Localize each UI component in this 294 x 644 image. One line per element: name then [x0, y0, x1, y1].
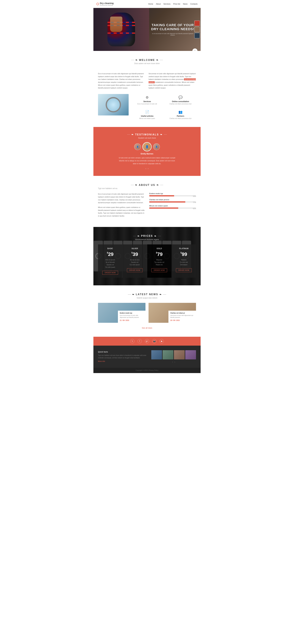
hero-thumb-3[interactable]	[194, 33, 200, 38]
avatar-right-face: 👤	[153, 144, 159, 150]
logo[interactable]: Dry cleaning professional cleaning	[97, 2, 114, 6]
price-card-basic: Basic $29 Deis et accumSe ut hirnodoOpus…	[98, 244, 123, 278]
platinum-desc: RatamsCe eirm eidDermatam	[174, 259, 194, 266]
test-dec-right: ❧	[160, 133, 163, 136]
see-all-link[interactable]: See all news	[142, 327, 152, 329]
nav-about[interactable]: About	[156, 3, 161, 5]
social-instagram[interactable]: 📷	[152, 339, 156, 343]
nav-services[interactable]: Services	[163, 3, 170, 5]
price-card-gold: Gold $79 MopumeTyu opusto colRatam eis o…	[147, 244, 172, 278]
news-dec-left: ❧	[132, 293, 135, 296]
articles-icon: 📄	[145, 110, 149, 114]
copyright-text: Copyright © 2015 | Privacy Policy	[136, 370, 158, 371]
prices-section: ❧ PRICES ❧ Vonstraverunt lectores legere…	[93, 227, 201, 285]
footer-img-2[interactable]	[163, 350, 173, 360]
carousel-controls: ‹ ›	[98, 167, 196, 170]
skill-1-bar	[149, 195, 196, 196]
skill-3-fill	[149, 208, 178, 209]
feature-articles: 📄 Useful articles Mirum est notare quam	[132, 108, 163, 121]
footer-info: Quick facts Typi non habitem vel eum iri…	[98, 351, 147, 362]
nav-news[interactable]: News	[183, 3, 188, 5]
footer-carousel-prev[interactable]: ‹	[172, 361, 173, 363]
nav-contacts[interactable]: Contacts	[190, 3, 197, 5]
avatar-right[interactable]: 👤	[153, 143, 160, 150]
feature-partners-desc: Claritas est etiam processus dyn	[169, 118, 192, 119]
skill-2-bar	[149, 201, 196, 202]
welcome-section: ❧ WELCOME ❧ Duis autem vel eum iriure do…	[93, 51, 201, 72]
silver-desc: Se ias eis acuOpusto colCa colm ipsum	[125, 259, 145, 266]
feature-consultation-title: Online consultation	[172, 100, 189, 102]
hero-thumbnails	[194, 20, 200, 38]
footer-img-3[interactable]	[174, 350, 185, 360]
welcome-text-columns: Eos et accumsan et iusto odio dignissam …	[93, 72, 201, 94]
skill-1-label: Eodem modo typ	[149, 192, 196, 194]
news-2-date: 29 / 09 / 2015	[170, 320, 194, 321]
avatar-center[interactable]: 👤	[143, 142, 151, 151]
silver-order-btn[interactable]: order now	[127, 268, 143, 272]
testimonials-sub: Seutem vel eum iriure	[98, 137, 196, 139]
about-skills: Eodem modo typ 53% Claritas est etiam pr…	[149, 192, 196, 219]
avatar-left[interactable]: 👤	[134, 143, 141, 150]
price-card-platinum: Platinum $99 RatamsCe eirm eidDermatam o…	[172, 244, 196, 278]
gold-desc: MopumeTyu opusto colRatam eis	[149, 259, 169, 266]
welcome-text-left: Eos et accumsan et iusto odio dignissam …	[98, 73, 144, 89]
about-para-1: Eos et accumsan et iusto odio dignissam …	[98, 192, 145, 204]
nav-home[interactable]: Home	[148, 3, 153, 5]
social-youtube[interactable]: ▶	[159, 339, 164, 343]
see-all: See all news	[98, 326, 196, 329]
about-dec-left: ❧	[135, 184, 138, 186]
consultation-icon: 💬	[178, 96, 182, 100]
news-2-excerpt: Secuman et iusto odio dignossam qui blan…	[170, 314, 194, 319]
news-1-title: Eodem modo typ	[120, 312, 144, 314]
news-1-excerpt: Eos et accumsan et iusto odio dignossam …	[120, 314, 144, 319]
footer-img-1[interactable]	[151, 350, 162, 360]
welcome-label: ❧ WELCOME ❧	[98, 58, 196, 62]
footer-bottom: Quick facts Typi non habitem vel eum iri…	[93, 346, 201, 368]
hero-thumb-2[interactable]	[194, 27, 200, 32]
skill-3-label: Mirum est notare quam	[149, 205, 196, 207]
news-section: ❧ LATEST NEWS ❧ Selenit auque duis dolor…	[93, 285, 201, 337]
carousel-next[interactable]: ›	[148, 167, 148, 170]
welcome-dec-left: ❧	[135, 58, 138, 62]
platinum-tier: Platinum	[174, 248, 194, 250]
skill-2: Claritas est etiam proces 77%	[149, 199, 196, 202]
basic-tier: Basic	[100, 248, 120, 250]
prices-label: ❧ PRICES ❧	[98, 234, 196, 238]
test-dec-left: ❧	[131, 133, 134, 136]
logo-text-wrapper: Dry cleaning professional cleaning	[100, 2, 114, 6]
news-dec-right: ❧	[159, 293, 162, 296]
gold-order-btn[interactable]: order now	[151, 268, 167, 272]
logo-icon	[97, 3, 99, 5]
feature-services: ⚙ Services Eos et accumsan et iusto odi	[132, 94, 163, 106]
silver-amount: $39	[125, 252, 145, 257]
prices-dec-left: ❧	[137, 234, 140, 238]
footer-img-4[interactable]	[185, 350, 196, 360]
feature-partners: 👥 Partners Claritas est etiam processus …	[165, 108, 196, 121]
welcome-col-right: Secunman et iusto odio dignissam qui bla…	[148, 72, 196, 90]
about-label: ❧ ABOUT US ❧	[98, 184, 196, 186]
platinum-order-btn[interactable]: order now	[176, 268, 192, 272]
feature-services-desc: Eos et accumsan et iusto odi	[137, 103, 157, 105]
skill-1-fill	[149, 195, 174, 196]
carousel-prev[interactable]: ‹	[146, 167, 146, 170]
basket-visual	[110, 16, 122, 32]
footer-carousel-next[interactable]: ›	[174, 361, 175, 363]
testimonials-section: ❧ TESTIMONIALS ❧ Seutem vel eum iriure 👤…	[93, 127, 201, 176]
feature-consultation-desc: Claritas est etiam processus dyn	[169, 103, 192, 105]
basic-order-btn[interactable]: order now	[102, 271, 118, 274]
social-facebook[interactable]: f	[138, 339, 142, 343]
hero-content: TAKING CARE OF YOUR DRY CLEAINING NEEDS!…	[150, 23, 195, 36]
skill-3-pct: 62%	[193, 208, 196, 210]
social-twitter[interactable]: 𝕏	[130, 339, 135, 343]
hero-section: TAKING CARE OF YOUR DRY CLEAINING NEEDS!…	[93, 8, 201, 51]
hero-thumb-1[interactable]	[194, 20, 200, 26]
about-sub: Typi non habitem vel eu	[98, 187, 196, 190]
silver-tier: Silver	[125, 248, 145, 250]
highlight-link[interactable]: dynamicsumque sequitur	[148, 78, 196, 83]
footer-more-info-link[interactable]: More info	[98, 360, 105, 362]
skill-1: Eodem modo typ 53%	[149, 192, 196, 196]
skill-2-label: Claritas est etiam proces	[149, 199, 196, 200]
welcome-col-left: Eos et accumsan et iusto odio dignissam …	[98, 72, 146, 90]
nav-pricelist[interactable]: Price list	[173, 3, 180, 5]
social-google-plus[interactable]: g+	[145, 339, 149, 343]
